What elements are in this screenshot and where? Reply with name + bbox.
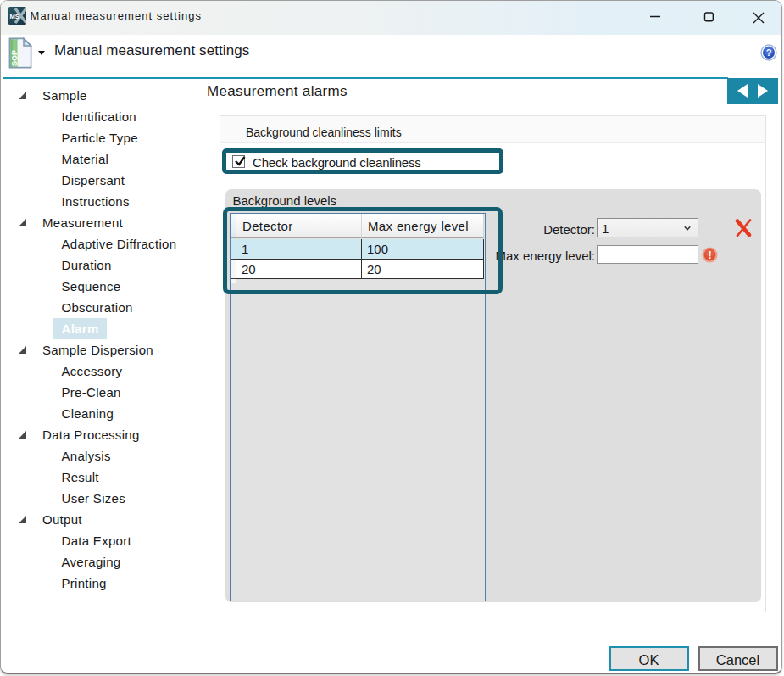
svg-text:MS: MS	[10, 13, 19, 20]
svg-text:!: !	[708, 249, 711, 261]
svg-text:?: ?	[766, 47, 772, 58]
svg-text:SOP: SOP	[10, 50, 19, 66]
